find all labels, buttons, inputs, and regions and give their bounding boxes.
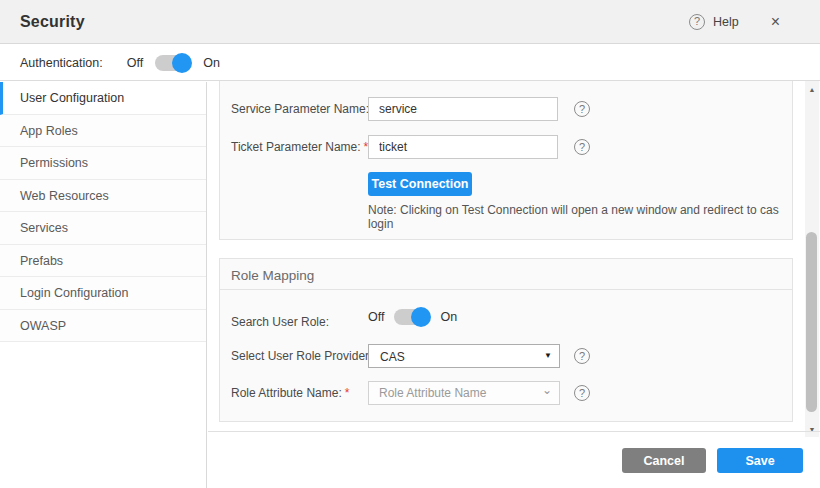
service-parameter-help-icon[interactable]: ? bbox=[574, 101, 590, 117]
user-role-provider-help-icon[interactable]: ? bbox=[574, 348, 590, 364]
ticket-parameter-label: Ticket Parameter Name:* bbox=[231, 140, 368, 154]
content-area: Service Parameter Name:* ? Ticket Parame… bbox=[208, 82, 820, 488]
authentication-label: Authentication: bbox=[20, 56, 103, 70]
required-asterisk: * bbox=[345, 386, 350, 400]
search-user-role-on-label: On bbox=[440, 310, 457, 324]
user-role-provider-value: CAS bbox=[380, 350, 405, 364]
user-role-provider-label: Select User Role Provider: bbox=[231, 349, 372, 363]
save-button[interactable]: Save bbox=[717, 448, 803, 473]
security-dialog: Security ? Help × Authentication: Off On… bbox=[0, 0, 820, 488]
dialog-header: Security ? Help × bbox=[0, 0, 820, 44]
sidebar-item-user-configuration[interactable]: User Configuration bbox=[0, 82, 206, 115]
test-connection-button[interactable]: Test Connection bbox=[368, 172, 472, 196]
vertical-scrollbar[interactable]: ▲ ▼ bbox=[805, 81, 819, 437]
sidebar-item-app-roles[interactable]: App Roles bbox=[0, 115, 206, 148]
toggle-knob bbox=[172, 53, 192, 73]
role-mapping-title: Role Mapping bbox=[231, 268, 314, 283]
sidebar-item-login-configuration[interactable]: Login Configuration bbox=[0, 277, 206, 310]
service-parameter-label: Service Parameter Name:* bbox=[231, 102, 377, 116]
chevron-down-icon: ⌄ bbox=[542, 383, 552, 397]
select-caret-icon: ▼ bbox=[544, 352, 552, 360]
search-user-role-toggle[interactable] bbox=[394, 309, 430, 325]
ticket-parameter-input[interactable] bbox=[368, 135, 558, 159]
role-attribute-label: Role Attribute Name:* bbox=[231, 386, 349, 400]
search-user-role-label: Search User Role: bbox=[231, 315, 329, 329]
scrollbar-thumb[interactable] bbox=[806, 232, 817, 412]
authentication-row: Authentication: Off On bbox=[0, 45, 820, 81]
role-mapping-panel: Role Mapping Search User Role: Off On Se… bbox=[219, 258, 793, 422]
search-user-role-off-label: Off bbox=[368, 310, 384, 324]
sidebar-item-prefabs[interactable]: Prefabs bbox=[0, 245, 206, 278]
test-connection-note: Note: Clicking on Test Connection will o… bbox=[368, 203, 792, 231]
service-parameter-input[interactable] bbox=[368, 97, 558, 121]
sidebar-item-services[interactable]: Services bbox=[0, 212, 206, 245]
authentication-toggle[interactable] bbox=[155, 55, 191, 71]
sidebar: User Configuration App Roles Permissions… bbox=[0, 82, 207, 488]
scroll-up-icon[interactable]: ▲ bbox=[805, 86, 819, 93]
close-icon[interactable]: × bbox=[771, 14, 780, 30]
authentication-on-label: On bbox=[203, 56, 220, 70]
header-actions: ? Help × bbox=[689, 14, 780, 30]
cas-config-panel: Service Parameter Name:* ? Ticket Parame… bbox=[219, 81, 793, 240]
help-link[interactable]: Help bbox=[713, 15, 739, 29]
toggle-knob bbox=[411, 307, 431, 327]
role-attribute-input[interactable] bbox=[368, 381, 560, 405]
search-user-role-toggle-group: Off On bbox=[368, 309, 457, 325]
sidebar-item-web-resources[interactable]: Web Resources bbox=[0, 180, 206, 213]
cancel-button[interactable]: Cancel bbox=[622, 448, 706, 473]
sidebar-item-permissions[interactable]: Permissions bbox=[0, 147, 206, 180]
role-mapping-header: Role Mapping bbox=[220, 259, 792, 290]
sidebar-item-owasp[interactable]: OWASP bbox=[0, 310, 206, 343]
help-icon[interactable]: ? bbox=[689, 14, 705, 30]
user-role-provider-select[interactable]: CAS ▼ bbox=[368, 344, 560, 368]
ticket-parameter-help-icon[interactable]: ? bbox=[574, 139, 590, 155]
role-attribute-help-icon[interactable]: ? bbox=[574, 385, 590, 401]
authentication-off-label: Off bbox=[127, 56, 143, 70]
page-title: Security bbox=[20, 13, 85, 31]
footer-divider bbox=[208, 431, 820, 432]
role-attribute-combo: ⌄ bbox=[368, 381, 560, 405]
